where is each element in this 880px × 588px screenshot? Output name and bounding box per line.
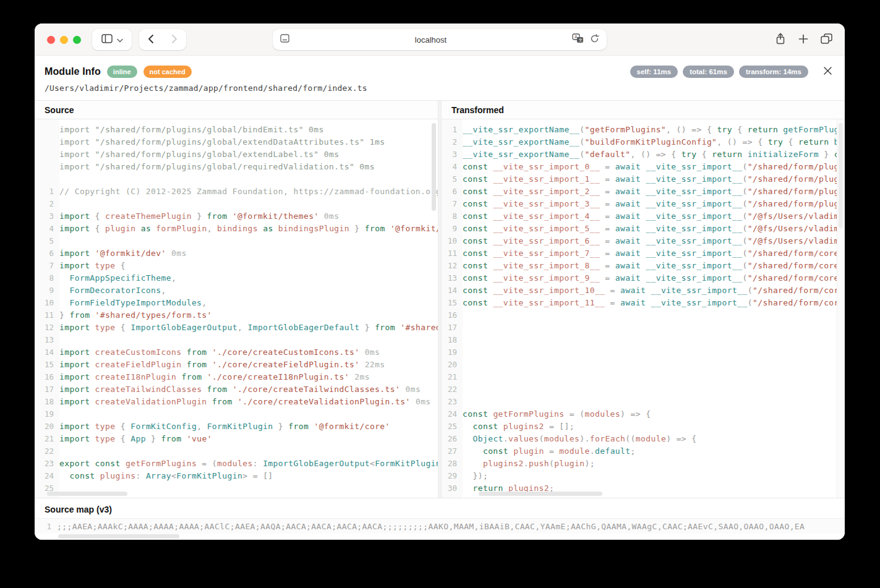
code-text: import type { FormKitConfig, FormKitPlug… (59, 422, 438, 431)
line-number: 22 (442, 385, 463, 394)
code-line: 11const __vite_ssr_import_7__ = await __… (442, 247, 845, 259)
line-number: 28 (442, 459, 463, 468)
code-text: } from '#shared/types/form.ts' (59, 310, 438, 320)
code-text: const __vite_ssr_import_9__ = await __vi… (463, 273, 845, 283)
line-number: 14 (442, 286, 463, 295)
traffic-light-close[interactable] (47, 36, 55, 44)
traffic-light-minimize[interactable] (60, 36, 68, 44)
line-number: 23 (442, 397, 463, 406)
line-number: 18 (442, 335, 463, 344)
horizontal-scrollbar-thumb[interactable] (47, 492, 127, 496)
code-text: const __vite_ssr_import_3__ = await __vi… (463, 199, 845, 208)
code-text: const __vite_ssr_import_8__ = await __vi… (463, 261, 845, 270)
code-line: 26 Object.values(modules).forEach((modul… (442, 432, 845, 445)
address-bar[interactable]: localhost A文 (273, 29, 607, 50)
new-tab-button[interactable] (798, 34, 808, 46)
code-line: 9 FormDecoratorIcons, (35, 284, 438, 296)
forward-button[interactable] (164, 34, 185, 46)
code-line: 20import type { FormKitConfig, FormKitPl… (35, 420, 438, 432)
code-text: FormAppSpecificTheme, (59, 273, 438, 283)
line-number: 10 (442, 236, 463, 245)
line-number: 15 (442, 298, 463, 307)
horizontal-scrollbar-thumb[interactable] (479, 492, 602, 496)
code-line: 19 (35, 407, 438, 420)
tab-overview-button[interactable] (821, 33, 832, 46)
page-settings-icon[interactable] (280, 34, 289, 45)
line-number: 19 (442, 347, 463, 357)
code-line: import "/shared/form/plugins/global/requ… (35, 160, 438, 173)
code-line: 6const __vite_ssr_import_2__ = await __v… (442, 185, 845, 197)
code-text: ;;;AAEA;AAAkC;AAAA;AAAA;AAAA;AAClC;AAEA;… (57, 522, 845, 531)
back-button[interactable] (140, 34, 161, 46)
line-number: 22 (35, 446, 59, 456)
timing-badge-total: total: 61ms (683, 66, 734, 78)
code-text: __vite_ssr_exportName__("getFormPlugins"… (463, 125, 845, 134)
code-line: import "/shared/form/plugins/global/exte… (35, 135, 438, 148)
line-number: 18 (35, 397, 59, 406)
code-line: 22 (35, 445, 438, 457)
address-url[interactable]: localhost (289, 35, 572, 45)
code-line: 7import type { (35, 259, 438, 271)
vertical-scrollbar-thumb[interactable] (839, 123, 843, 228)
code-text: import type { (59, 261, 438, 270)
line-number: 19 (35, 409, 59, 419)
code-line: 1;;;AAEA;AAAkC;AAAA;AAAA;AAAA;AAClC;AAEA… (35, 520, 845, 532)
code-line: 2__vite_ssr_exportName__("buildFormKitPl… (442, 135, 845, 148)
sourcemap-section: Source map (v3) 1;;;AAEA;AAAkC;AAAA;AAAA… (35, 498, 845, 540)
code-text: const __vite_ssr_import_1__ = await __vi… (463, 174, 845, 184)
vertical-scrollbar-thumb[interactable] (432, 123, 436, 211)
line-number: 24 (442, 409, 463, 419)
line-number: 16 (442, 310, 463, 320)
code-line: 5 (35, 234, 438, 247)
share-button[interactable] (775, 33, 786, 47)
line-number: 20 (35, 422, 59, 431)
horizontal-scrollbar-thumb[interactable] (58, 534, 179, 539)
share-icon (775, 33, 786, 47)
line-number: 4 (442, 162, 463, 171)
code-line: 6import '@formkit/dev' 0ms (35, 247, 438, 259)
source-lines: 1// Copyright (C) 2012-2025 Zammad Found… (35, 185, 438, 494)
code-line: import "/shared/form/plugins/global/exte… (35, 148, 438, 160)
traffic-lights (47, 36, 81, 44)
line-number: 11 (35, 310, 59, 320)
line-number: 10 (35, 298, 59, 307)
navigation-buttons (139, 29, 186, 50)
reload-icon[interactable] (590, 34, 599, 46)
code-line: 10 FormFieldTypeImportModules, (35, 296, 438, 309)
code-text: const __vite_ssr_import_11__ = await __v… (463, 298, 845, 307)
traffic-light-zoom[interactable] (73, 36, 81, 44)
code-text: const getFormPlugins = (modules) => { (463, 409, 845, 419)
back-icon (148, 34, 154, 46)
line-number: 2 (35, 199, 59, 208)
line-number: 5 (442, 174, 463, 184)
plus-icon (798, 34, 808, 46)
code-text: import "/shared/form/plugins/global/bind… (59, 125, 438, 134)
code-line: 14import createCustomIcons from './core/… (35, 346, 438, 358)
line-number: 13 (35, 335, 59, 344)
code-line: 2 (35, 197, 438, 210)
module-info-header: Module Info inline not cached self: 11ms… (35, 56, 845, 100)
line-number: 13 (442, 273, 463, 283)
line-number: 2 (442, 137, 463, 147)
code-text: const plugins: Array<FormKitPlugin> = [] (59, 471, 438, 480)
translate-icon[interactable]: A文 (572, 33, 584, 46)
code-text: import { plugin as formPlugin, bindings … (59, 224, 438, 233)
code-text: import createCustomIcons from './core/cr… (59, 347, 438, 357)
code-line: 18 (442, 333, 845, 346)
code-line: 17import createTailwindClasses from './c… (35, 383, 438, 395)
code-line: 27 const plugin = module.default; (442, 445, 845, 457)
code-text: const plugins2 = []; (463, 422, 845, 431)
sidebar-toggle-button[interactable] (92, 29, 132, 50)
close-button[interactable] (823, 66, 832, 77)
code-line: 23export const getFormPlugins = (modules… (35, 457, 438, 469)
code-line: 19 (442, 346, 845, 358)
line-number: 21 (442, 372, 463, 381)
code-line: 5const __vite_ssr_import_1__ = await __v… (442, 173, 845, 185)
code-line: 24 const plugins: Array<FormKitPlugin> =… (35, 469, 438, 482)
forward-icon (171, 34, 177, 46)
line-number: 27 (442, 446, 463, 456)
code-line: 12const __vite_ssr_import_8__ = await __… (442, 259, 845, 271)
line-number: 11 (442, 249, 463, 258)
line-number: 9 (35, 286, 59, 295)
line-number: 21 (35, 434, 59, 443)
